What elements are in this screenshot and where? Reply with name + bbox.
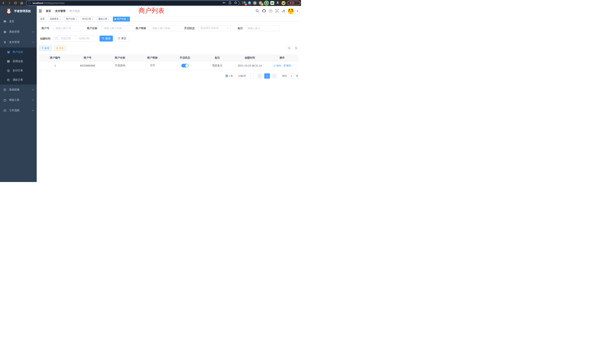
sidebar-item-app-info[interactable]: 应用信息 [0,57,37,66]
tab-process-form[interactable]: 流程表单× [48,17,63,21]
app-logo[interactable]: 芋道管理系统 [0,6,37,16]
extension-balloon-icon[interactable] [248,1,251,5]
short-name-label: 商户简称 [134,25,146,31]
delete-link[interactable]: 删除 [283,64,291,67]
toggle-search-button[interactable] [287,46,291,50]
tab-merchant-info[interactable]: 商户信息× [113,17,130,21]
home-icon[interactable] [20,1,23,4]
user-avatar[interactable] [288,8,294,14]
sidebar-item-label: 退款订单 [13,78,23,82]
tab-pay-order[interactable]: 支付订单× [80,17,95,21]
sidebar-collapse-icon[interactable] [39,10,42,13]
sidebar-item-system[interactable]: 系统管理 [0,27,37,37]
prev-page-button[interactable] [257,73,262,79]
page-size-select[interactable]: 10条/页 [235,73,254,79]
tab-refund-order[interactable]: 退款订单× [97,17,111,21]
table-row: 1 M233666999 芋道源码 芋艿 我是备注 2021-10-23 08:… [39,61,298,70]
edit-link[interactable]: 修改 [273,64,281,67]
sidebar: 芋道管理系统 首页 系统管理 ¥ 支付管理 商户信息 应用信息 [0,6,37,182]
col-short-name: 商户简称 [136,54,169,61]
password-key-icon[interactable] [223,1,226,5]
briefcase-icon [3,99,7,102]
tab-user-group[interactable]: 用户分组× [64,17,79,21]
chevron-down-icon [32,109,34,112]
add-button[interactable]: 新增 [39,46,52,51]
short-name-input[interactable] [150,25,185,31]
breadcrumb-home[interactable]: 首页 [46,10,51,13]
sidebar-item-refund-order[interactable]: 退款订单 [0,75,37,85]
document-icon [7,79,10,81]
status-toggle[interactable] [181,64,189,67]
github-icon[interactable] [262,9,266,13]
sidebar-item-label: 商户信息 [13,50,23,54]
url-text: localhost:1024/pay/merchant [33,2,64,4]
sidebar-item-merchant-info[interactable]: 商户信息 [0,47,37,57]
goto-page-input[interactable] [288,73,294,79]
status-label: 开启状态 [183,25,195,31]
full-name-input[interactable] [101,25,137,31]
url-bar[interactable]: i localhost:1024/pay/merchant [26,1,239,5]
help-icon[interactable]: ? [269,10,272,13]
col-merchant-id: 商户编号 [39,54,71,61]
refresh-table-button[interactable] [294,46,298,50]
status-select[interactable]: 请选择开启状态 [198,25,231,31]
avatar-caret-icon[interactable] [297,11,298,13]
close-icon[interactable]: × [60,18,61,20]
export-button[interactable]: 导出 [54,46,66,51]
sidebar-item-label: 研发工具 [9,98,20,102]
navbar: 首页 / 支付管理 / 商户信息 ? TT [37,6,301,16]
close-icon[interactable]: × [92,18,93,20]
extension-status-icon[interactable]: 1 [259,1,262,5]
dashboard-icon [3,20,7,23]
merchant-no-label: 商户号 [39,25,49,31]
share-icon[interactable] [228,1,231,5]
close-icon[interactable]: × [76,18,77,20]
sidebar-item-payment[interactable]: ¥ 支付管理 [0,37,37,47]
reload-icon[interactable] [14,1,17,4]
reset-button[interactable]: 重置 [115,36,129,42]
pagination: 共 1 条 10条/页 1 前往 页 [39,73,298,79]
cell-full-name: 芋道源码 [104,61,136,70]
font-size-icon[interactable]: TT [282,10,285,13]
tags-view: 首页 流程表单× 用户分组× 支付订单× 退款订单× 商户信息× [37,16,301,22]
next-page-button[interactable] [272,73,277,79]
remark-input[interactable] [245,25,280,31]
extension-emoji-icon[interactable] [281,1,285,5]
merchant-table: 商户编号 商户号 商户全称 商户简称 开启状态 备注 创建时间 操作 1 M23… [39,54,298,70]
sidebar-item-workflow[interactable]: 工作流程 [0,105,37,116]
extensions-puzzle-icon[interactable] [276,1,280,5]
fullscreen-icon[interactable] [275,9,279,13]
search-button[interactable]: 搜索 [99,36,113,42]
browser-toolbar: i localhost:1024/pay/merchant 10 ⌘ 1 Y 更… [0,0,301,6]
create-time-range-input[interactable]: 开始日期 - 结束日期 [53,36,94,42]
site-info-icon[interactable]: i [28,2,31,4]
cell-remark: 我是备注 [201,61,234,70]
back-icon[interactable] [2,1,5,4]
search-icon [102,37,105,40]
extension-command-icon[interactable]: ⌘ [253,1,257,5]
sidebar-item-pay-order[interactable]: 支付订单 [0,66,37,75]
bookmark-star-icon[interactable] [234,1,237,5]
tab-home[interactable]: 首页 [39,17,46,21]
search-icon[interactable] [256,9,259,13]
close-icon[interactable]: × [127,18,128,20]
browser-menu-icon[interactable]: ⋮ [296,2,298,4]
sidebar-item-infrastructure[interactable]: 基础设施 [0,85,37,95]
sidebar-item-home[interactable]: 首页 [0,16,37,27]
page-number-button[interactable]: 1 [264,73,270,79]
edit-icon [273,64,276,67]
refresh-icon [118,37,120,40]
sidebar-item-dev-tools[interactable]: 研发工具 [0,95,37,105]
sidebar-item-label: 应用信息 [13,60,23,63]
page: i localhost:1024/pay/merchant 10 ⌘ 1 Y 更… [0,0,301,182]
col-status: 开启状态 [169,54,201,61]
close-icon[interactable]: × [108,18,109,20]
extension-y-icon[interactable]: Y [265,1,268,5]
browser-update-button[interactable]: 更新 ⋮ [287,1,300,5]
extension-tasks-icon[interactable]: 10 [242,1,246,5]
breadcrumb-payment[interactable]: 支付管理 [55,10,65,13]
merchant-no-input[interactable] [53,25,88,31]
col-create-time: 创建时间 [234,54,266,61]
extension-chat-icon[interactable] [270,1,274,5]
forward-icon[interactable] [8,1,11,4]
